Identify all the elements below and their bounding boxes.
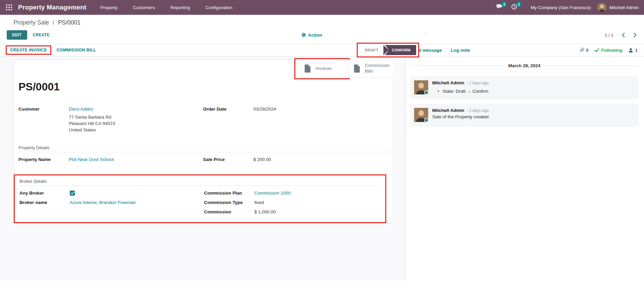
activities-menu[interactable]: 2 [511, 4, 519, 11]
breadcrumb: Property Sale / PS/0001 [0, 15, 644, 26]
person-icon [628, 48, 633, 53]
property-name-link[interactable]: Plot Near Govt School [69, 157, 114, 162]
annotation-box-statusbar: DRAFT CONFIRM [357, 43, 419, 57]
following-button[interactable]: Following [594, 48, 622, 53]
status-step-draft[interactable]: DRAFT [360, 45, 383, 55]
apps-grid-icon[interactable] [5, 4, 13, 11]
edit-button[interactable]: EDIT [7, 30, 27, 40]
broker-name-link[interactable]: Azure Interior, Brandon Freeman [70, 200, 136, 205]
commission-bill-button[interactable]: COMMISSION BILL [57, 48, 96, 52]
message-time: - 2 days ago [467, 108, 489, 113]
menu-customers[interactable]: Customers [133, 5, 155, 10]
menu-reporting[interactable]: Reporting [170, 5, 190, 10]
message-time: - 2 days ago [467, 81, 489, 85]
gear-icon [301, 33, 306, 37]
status-step-confirm[interactable]: CONFIRM [385, 45, 416, 55]
commission-type-label: Commission Type [204, 200, 254, 205]
form-view: Invoices Commission Bills PS/0001 Custom… [0, 56, 405, 281]
order-date-value: 03/29/2024 [253, 107, 276, 112]
pager-next-icon[interactable] [633, 33, 637, 38]
statusbar: DRAFT CONFIRM [360, 45, 416, 55]
pager: 1 / 1 [605, 33, 637, 38]
stat-button-box: Invoices Commission Bills [296, 59, 393, 78]
breadcrumb-current: PS/0001 [58, 19, 81, 26]
annotation-box-broker-details: Broker Details Any Broker Brok [14, 174, 386, 223]
action-menu[interactable]: Action [301, 33, 322, 38]
document-icon [353, 64, 360, 73]
chatter-message: Mitchell Admin - 2 days ago State: Draft… [410, 76, 639, 99]
form-statusbar-strip: CREATE INVOICE COMMISSION BILL DRAFT CON… [0, 44, 644, 56]
address-line: Pleasant Hill CA 94523 [69, 120, 203, 127]
commission-plan-link[interactable]: Commission 1000 [254, 191, 291, 196]
customer-address: 77 Santa Barbara Rd Pleasant Hill CA 945… [69, 114, 203, 133]
attachment-count: 0 [586, 48, 589, 53]
stat-button-label: Commission Bills [365, 63, 391, 74]
form-sheet: Invoices Commission Bills PS/0001 Custom… [13, 59, 393, 223]
commission-type-value: fixed [254, 200, 264, 205]
property-details-heading: Property Details [18, 145, 388, 152]
message-author[interactable]: Mitchell Admin [432, 108, 464, 113]
user-menu[interactable]: Mitchell Admin [597, 3, 639, 12]
customer-link[interactable]: Deco Addict [69, 107, 93, 112]
app-title[interactable]: Property Management [18, 4, 86, 11]
create-button[interactable]: CREATE [33, 33, 50, 37]
stat-button-label: Invoices [315, 66, 332, 72]
messages-badge: 4 [501, 2, 507, 7]
commission-plan-label: Commission Plan [204, 191, 254, 196]
pager-count: 1 / 1 [605, 33, 613, 38]
follower-count: 1 [635, 48, 638, 53]
user-name: Mitchell Admin [609, 5, 639, 10]
document-icon [304, 64, 311, 73]
following-label: Following [601, 48, 622, 53]
pager-previous-icon[interactable] [622, 33, 625, 38]
log-note-button[interactable]: Log note [451, 48, 470, 53]
commission-bills-stat-button[interactable]: Commission Bills [348, 59, 393, 78]
chatter-message: Mitchell Admin - 2 days ago Sale of the … [410, 104, 639, 127]
main-menus: Property Customers Reporting Configurati… [100, 5, 232, 10]
create-invoice-button[interactable]: CREATE INVOICE [10, 48, 47, 52]
commission-label: Commission [204, 209, 254, 214]
customer-label: Customer [18, 107, 69, 112]
breadcrumb-parent[interactable]: Property Sale [13, 19, 49, 26]
chatter-panel: March 28, 2024 Mitche [405, 56, 644, 281]
check-icon [594, 48, 599, 52]
checkmark-icon [71, 192, 74, 195]
commission-value: $ 1,000.00 [254, 209, 276, 214]
address-line: 77 Santa Barbara Rd [69, 114, 203, 120]
menu-configuration[interactable]: Configuration [205, 5, 232, 10]
sale-price-label: Sale Price [203, 157, 253, 162]
messages-menu[interactable]: 4 [496, 4, 504, 11]
top-navbar: Property Management Property Customers R… [0, 0, 644, 15]
annotation-box-create-invoice: CREATE INVOICE [6, 45, 51, 55]
company-switcher[interactable]: My Company (San Francisco) [531, 5, 591, 10]
message-author[interactable]: Mitchell Admin [432, 80, 464, 85]
message-body: State: Draft → Confirm [438, 89, 489, 94]
property-name-label: Property Name [18, 157, 69, 162]
order-date-label: Order Date [203, 107, 253, 112]
menu-property[interactable]: Property [100, 5, 117, 10]
address-line: United States [69, 127, 203, 133]
action-label: Action [308, 33, 322, 38]
invoices-stat-button[interactable]: Invoices [296, 59, 348, 78]
attachments-button[interactable]: 0 [579, 47, 589, 53]
breadcrumb-separator: / [53, 19, 54, 26]
user-avatar [597, 3, 606, 12]
date-divider-label: March 28, 2024 [508, 63, 540, 68]
any-broker-label: Any Broker [19, 191, 70, 196]
activities-badge: 2 [516, 2, 522, 7]
followers-button[interactable]: 1 [628, 48, 638, 53]
sale-price-value: $ 200.00 [253, 157, 271, 162]
online-status-dot [424, 118, 429, 122]
date-divider: March 28, 2024 [410, 63, 639, 68]
message-body: Sale of the Property created [432, 114, 489, 119]
record-title: PS/0001 [18, 81, 388, 93]
any-broker-checkbox[interactable] [70, 191, 75, 196]
broker-name-label: Broker name [19, 200, 70, 205]
broker-details-heading: Broker Details [19, 179, 381, 186]
paperclip-icon [579, 47, 584, 53]
online-status-dot [424, 90, 429, 95]
